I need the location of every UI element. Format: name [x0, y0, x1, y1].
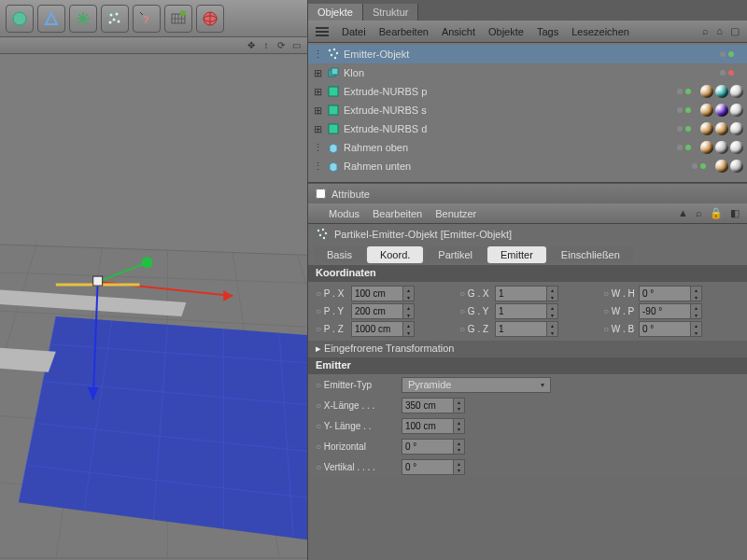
- spinner[interactable]: ▴▾: [547, 286, 558, 301]
- tab-struktur[interactable]: Struktur: [363, 4, 419, 21]
- viewport-3d[interactable]: [0, 54, 307, 560]
- attr-menu-modus[interactable]: Modus: [329, 208, 359, 219]
- expand-icon[interactable]: ⊞: [312, 67, 323, 79]
- expand-icon[interactable]: ⊞: [312, 86, 323, 98]
- attr-menu-benutzer[interactable]: Benutzer: [435, 208, 476, 219]
- expand-icon[interactable]: ⋮: [312, 161, 323, 173]
- field-px[interactable]: [351, 286, 403, 301]
- tool-expand-button[interactable]: [69, 5, 97, 33]
- material-tags[interactable]: [700, 122, 743, 135]
- spinner[interactable]: ▴▾: [454, 418, 465, 434]
- tree-row[interactable]: ⊞ Extrude-NURBS d: [308, 119, 747, 138]
- tree-row[interactable]: ⋮ Rahmen unten: [308, 157, 747, 175]
- object-tree[interactable]: ⋮ Emitter-Objekt ⊞ Klon ⊞ Extrude-NURBS …: [308, 43, 747, 183]
- field-gz[interactable]: [495, 321, 547, 337]
- visibility-dots[interactable]: [677, 89, 691, 94]
- visibility-dots[interactable]: [692, 163, 706, 169]
- expand-icon[interactable]: ⊞: [312, 105, 323, 117]
- nurbs-icon: [327, 122, 340, 135]
- pin-icon[interactable]: ◧: [730, 207, 740, 219]
- vp-updown-icon[interactable]: ↕: [261, 40, 272, 51]
- field-wp[interactable]: [639, 303, 691, 319]
- tree-row[interactable]: ⋮ Emitter-Objekt: [308, 45, 747, 63]
- expand-icon[interactable]: ⋮: [312, 49, 323, 61]
- atab-einschliessen[interactable]: Einschließen: [548, 246, 633, 263]
- menu-lesezeichen[interactable]: Lesezeichen: [571, 26, 629, 37]
- material-tags[interactable]: [715, 160, 743, 173]
- search-icon[interactable]: ⌕: [702, 25, 709, 37]
- svg-point-56: [325, 232, 327, 234]
- menu-datei[interactable]: Datei: [342, 26, 366, 37]
- tree-row[interactable]: ⊞ Extrude-NURBS s: [308, 101, 747, 119]
- spinner[interactable]: ▴▾: [547, 303, 558, 319]
- field-gx[interactable]: [495, 286, 547, 301]
- vp-maximize-icon[interactable]: ▭: [290, 40, 302, 51]
- menu-ansicht[interactable]: Ansicht: [442, 26, 475, 37]
- field-horiz[interactable]: [402, 439, 454, 455]
- menu-bearbeiten[interactable]: Bearbeiten: [379, 26, 429, 37]
- spinner[interactable]: ▴▾: [454, 459, 465, 475]
- tool-globe-button[interactable]: [196, 5, 224, 33]
- material-tags[interactable]: [700, 104, 743, 117]
- spinner[interactable]: ▴▾: [403, 303, 415, 319]
- main-toolbar: ?: [0, 0, 307, 37]
- field-gy[interactable]: [495, 303, 547, 319]
- tool-particles-button[interactable]: [101, 5, 129, 33]
- lock-icon[interactable]: 🔒: [710, 207, 723, 219]
- atab-partikel[interactable]: Partikel: [425, 246, 486, 263]
- expand-icon[interactable]: ⋮: [312, 142, 323, 154]
- label-gx: G . X: [459, 288, 491, 299]
- field-vert[interactable]: [402, 459, 454, 475]
- visibility-dots[interactable]: [720, 51, 734, 57]
- expand-icon[interactable]: ⊞: [312, 123, 323, 135]
- tool-sphere-button[interactable]: [6, 5, 34, 33]
- collapse-icon[interactable]: ▢: [730, 25, 740, 37]
- spinner[interactable]: ▴▾: [454, 398, 465, 413]
- attribute-checkbox[interactable]: [316, 189, 326, 199]
- burger-icon[interactable]: [316, 27, 329, 36]
- tree-row[interactable]: ⊞ Klon: [308, 63, 747, 82]
- tab-objekte[interactable]: Objekte: [308, 4, 363, 21]
- visibility-dots[interactable]: [677, 145, 691, 150]
- material-tags[interactable]: [700, 141, 743, 154]
- field-ylen[interactable]: [402, 418, 454, 434]
- tool-deformer-button[interactable]: [37, 5, 65, 33]
- spinner[interactable]: ▴▾: [403, 321, 415, 337]
- atab-basis[interactable]: Basis: [314, 246, 365, 263]
- spinner[interactable]: ▴▾: [691, 303, 702, 319]
- field-pz[interactable]: [351, 321, 403, 337]
- svg-point-47: [334, 57, 336, 59]
- field-xlen[interactable]: [402, 398, 454, 413]
- visibility-dots[interactable]: [677, 107, 691, 113]
- atab-emitter[interactable]: Emitter: [487, 246, 546, 263]
- material-tags[interactable]: [700, 85, 743, 98]
- attribute-header: Attribute: [308, 183, 747, 203]
- tool-help-button[interactable]: ?: [133, 5, 161, 33]
- vp-rotate-icon[interactable]: ⟳: [275, 40, 287, 51]
- svg-point-43: [329, 49, 331, 51]
- menu-tags[interactable]: Tags: [537, 26, 558, 37]
- section-frozen[interactable]: ▸ Eingefrorene Transformation: [308, 341, 747, 357]
- spinner[interactable]: ▴▾: [691, 321, 702, 337]
- field-wh[interactable]: [639, 286, 691, 301]
- tree-row[interactable]: ⊞ Extrude-NURBS p: [308, 82, 747, 101]
- field-py[interactable]: [351, 303, 403, 319]
- spinner[interactable]: ▴▾: [547, 321, 558, 337]
- svg-point-8: [180, 10, 186, 16]
- tree-row[interactable]: ⋮ Rahmen oben: [308, 138, 747, 157]
- tool-grid-button[interactable]: [164, 5, 192, 33]
- attr-menu-bearbeiten[interactable]: Bearbeiten: [373, 208, 422, 219]
- vp-move-icon[interactable]: ✥: [246, 40, 257, 51]
- menu-objekte[interactable]: Objekte: [488, 26, 524, 37]
- nav-up-icon[interactable]: ▲: [678, 207, 688, 219]
- select-emitter-typ[interactable]: Pyramide▾: [402, 377, 551, 393]
- spinner[interactable]: ▴▾: [454, 439, 465, 455]
- spinner[interactable]: ▴▾: [403, 286, 415, 301]
- home-icon[interactable]: ⌂: [716, 25, 723, 37]
- atab-koord[interactable]: Koord.: [367, 246, 423, 263]
- search-icon[interactable]: ⌕: [696, 207, 702, 219]
- spinner[interactable]: ▴▾: [691, 286, 702, 301]
- visibility-dots[interactable]: [720, 70, 734, 76]
- field-wb[interactable]: [639, 321, 691, 337]
- visibility-dots[interactable]: [677, 126, 691, 132]
